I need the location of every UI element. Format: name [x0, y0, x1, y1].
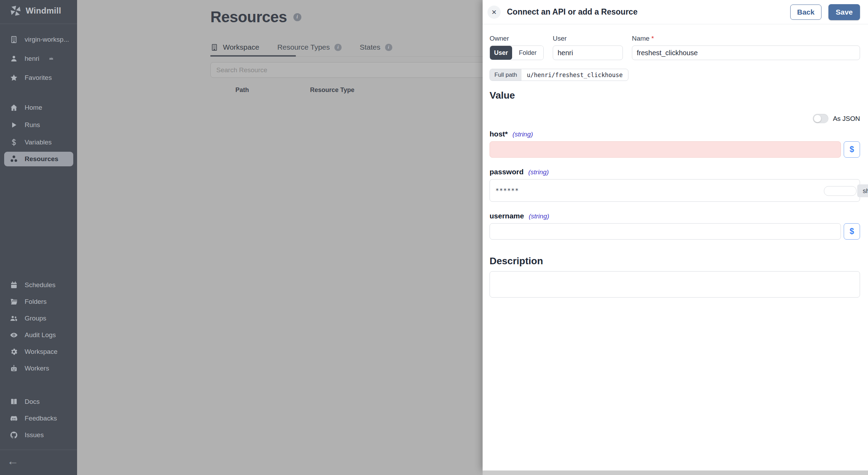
drawer-title: Connect an API or add a Resource [507, 7, 784, 17]
sidebar-item-workers[interactable]: Workers [0, 360, 77, 377]
full-path-label: Full path [490, 69, 521, 81]
info-icon[interactable]: i [334, 44, 342, 51]
book-icon [10, 398, 18, 406]
dollar-icon [10, 138, 18, 147]
name-field-label: Name * [632, 35, 860, 42]
toggle-knob [814, 115, 821, 122]
page-title: Resources [210, 8, 287, 26]
field-label: username (string) [490, 212, 860, 220]
sidebar-item-variables[interactable]: Variables [0, 134, 77, 151]
owner-user-input[interactable] [553, 45, 623, 60]
close-icon[interactable]: × [487, 6, 501, 19]
sidebar: Windmill virgin-worksp... henri [0, 0, 77, 475]
tab-workspace[interactable]: Workspace [210, 43, 259, 51]
sidebar-item-runs[interactable]: Runs [0, 116, 77, 134]
tab-label: Workspace [223, 43, 259, 51]
insert-variable-button[interactable]: $ [844, 141, 860, 158]
tab-resource-types[interactable]: Resource Types i [277, 43, 342, 51]
nav-label: Runs [25, 121, 40, 129]
sidebar-item-home[interactable]: Home [0, 99, 77, 116]
nav-label: Audit Logs [25, 331, 56, 339]
owner-option-folder[interactable]: Folder [512, 46, 543, 60]
windmill-app: Windmill virgin-worksp... henri [0, 0, 868, 475]
drawer-header: × Connect an API or add a Resource Back … [483, 0, 868, 24]
building-icon [10, 35, 18, 44]
sidebar-item-resources[interactable]: Resources [4, 152, 73, 166]
star-icon [10, 74, 18, 82]
value-section-title: Value [490, 90, 860, 101]
sidebar-divider [0, 24, 77, 24]
tab-label: Resource Types [277, 43, 330, 51]
owner-option-user[interactable]: User [490, 46, 512, 60]
sidebar-context-group: virgin-worksp... henri Favorites [0, 30, 77, 87]
sidebar-item-user-menu[interactable]: henri [0, 49, 77, 68]
owner-label: Owner [490, 35, 544, 42]
home-icon [10, 103, 18, 112]
column-header-resource-type: Resource Type [310, 86, 354, 94]
save-button[interactable]: Save [828, 4, 860, 20]
full-path: Full path u/henri/freshest_clickhouse [490, 69, 628, 81]
drawer-body: Owner User Folder User Name * [483, 24, 868, 299]
password-input[interactable] [490, 179, 860, 202]
sidebar-item-groups[interactable]: Groups [0, 310, 77, 327]
owner-toggle: User Folder [490, 45, 544, 60]
nav-label: Feedbacks [25, 415, 57, 422]
folder-icon [10, 298, 18, 306]
tab-bar: Workspace Resource Types i States i [210, 40, 392, 55]
resource-drawer: × Connect an API or add a Resource Back … [483, 0, 868, 470]
show-password-button[interactable]: show [857, 184, 868, 197]
password-reveal-pill [824, 186, 857, 196]
as-json-toggle[interactable] [813, 114, 828, 123]
info-icon[interactable]: i [385, 44, 392, 51]
windmill-logo-icon [10, 5, 22, 17]
play-icon [10, 121, 18, 129]
description-title: Description [490, 256, 860, 267]
sidebar-item-favorites[interactable]: Favorites [0, 68, 77, 87]
field-host: host* (string) $ [490, 130, 860, 158]
sidebar-item-schedules[interactable]: Schedules [0, 277, 77, 293]
description-textarea[interactable] [490, 271, 860, 298]
sidebar-item-workspace-settings[interactable]: Workspace [0, 343, 77, 360]
as-json-label: As JSON [833, 115, 860, 123]
tab-states[interactable]: States i [360, 43, 392, 51]
sidebar-divider [0, 450, 77, 450]
full-path-value: u/henri/freshest_clickhouse [521, 69, 628, 81]
crown-icon [49, 56, 54, 61]
username-input[interactable] [490, 223, 841, 240]
collapse-sidebar-button[interactable]: ← [7, 455, 19, 467]
app-title: Windmill [26, 6, 61, 16]
windmill-logo[interactable]: Windmill [10, 5, 61, 17]
workspace-switcher-label: virgin-worksp... [25, 36, 69, 43]
sidebar-item-issues[interactable]: Issues [0, 427, 77, 443]
sidebar-item-docs[interactable]: Docs [0, 393, 77, 410]
user-icon [10, 55, 18, 63]
column-header-path: Path [235, 86, 249, 94]
favorites-label: Favorites [25, 74, 52, 82]
user-field-label: User [553, 35, 623, 42]
nav-label: Schedules [25, 281, 56, 289]
back-button[interactable]: Back [790, 5, 821, 20]
tab-label: States [360, 43, 381, 51]
host-input[interactable] [490, 141, 841, 158]
nav-label: Issues [25, 431, 44, 439]
field-label: password (string) [490, 168, 860, 176]
sidebar-item-feedbacks[interactable]: Feedbacks [0, 410, 77, 427]
sidebar-admin-nav: Schedules Folders Groups [0, 277, 77, 377]
github-icon [10, 431, 18, 439]
users-icon [10, 314, 18, 323]
sidebar-main-nav: Home Runs Variables Resou [0, 99, 77, 167]
nav-label: Docs [25, 398, 40, 406]
nav-label: Groups [25, 315, 46, 322]
resource-name-input[interactable] [632, 45, 860, 60]
calendar-icon [10, 281, 18, 289]
active-tab-underline [210, 55, 296, 57]
sidebar-item-folders[interactable]: Folders [0, 293, 77, 310]
robot-icon [10, 364, 18, 373]
sidebar-item-workspace-switcher[interactable]: virgin-worksp... [0, 30, 77, 49]
insert-variable-button[interactable]: $ [844, 223, 860, 240]
user-menu-label: henri [25, 55, 39, 62]
drawer-horizontal-scrollbar[interactable] [483, 470, 868, 475]
sidebar-item-audit-logs[interactable]: Audit Logs [0, 327, 77, 343]
nav-label: Home [25, 104, 42, 111]
info-icon[interactable]: i [293, 13, 301, 21]
